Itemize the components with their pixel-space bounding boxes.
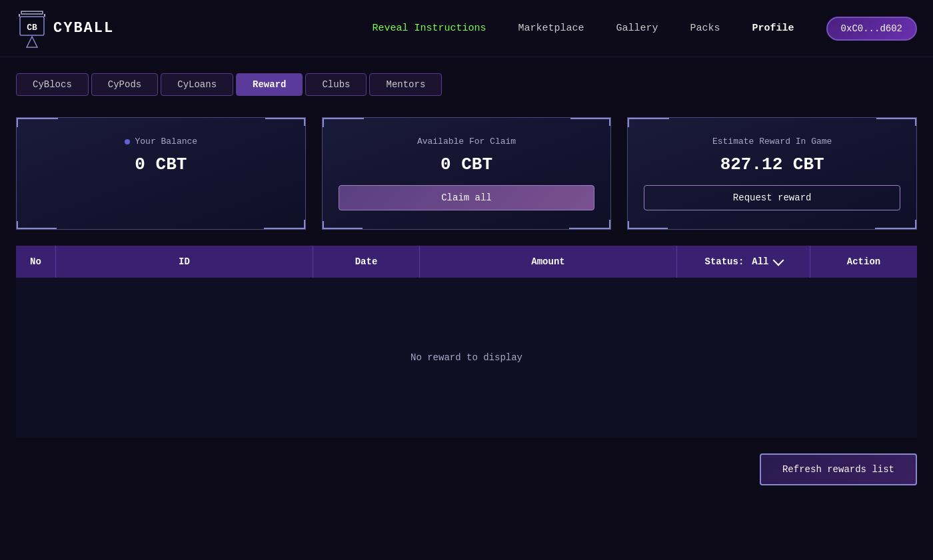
table-body: No reward to display [16, 278, 917, 437]
claim-all-button[interactable]: Claim all [339, 185, 595, 210]
balance-card-label: Your Balance [33, 137, 289, 146]
col-amount: Amount [420, 246, 677, 278]
tab-mentors[interactable]: Mentors [369, 73, 442, 96]
card-corner-tr [265, 118, 305, 126]
nav-packs[interactable]: Packs [690, 23, 720, 34]
main-nav: Reveal Instructions Marketplace Gallery … [372, 17, 917, 41]
svg-rect-2 [44, 14, 45, 17]
tab-cyblocs[interactable]: CyBlocs [16, 73, 89, 96]
nav-marketplace[interactable]: Marketplace [518, 23, 584, 34]
card-corner-bl [17, 221, 57, 229]
card-corner-tr [876, 118, 916, 126]
cards-section: Your Balance 0 CBT Available For Claim 0… [0, 96, 933, 246]
reward-card-label: Estimate Reward In Game [644, 137, 900, 146]
claim-card-value: 0 CBT [339, 154, 595, 174]
col-id: ID [56, 246, 313, 278]
reward-card: Estimate Reward In Game 827.12 CBT Reque… [627, 117, 917, 230]
col-no: No [16, 246, 56, 278]
col-date: Date [313, 246, 420, 278]
tab-cypods[interactable]: CyPods [91, 73, 158, 96]
tabs-bar: CyBlocs CyPods CyLoans Reward Clubs Ment… [0, 57, 933, 96]
no-data-message: No reward to display [411, 352, 522, 363]
claim-card-label: Available For Claim [339, 137, 595, 146]
table-section: No ID Date Amount Status: All Action No … [16, 246, 917, 437]
balance-dot [125, 139, 130, 144]
col-action: Action [810, 246, 917, 278]
svg-rect-0 [21, 11, 43, 14]
status-filter-value[interactable]: All [752, 256, 768, 267]
svg-text:CB: CB [27, 23, 37, 33]
nav-reveal-instructions[interactable]: Reveal Instructions [372, 23, 486, 34]
claim-card: Available For Claim 0 CBT Claim all [322, 117, 612, 230]
tab-reward[interactable]: Reward [236, 73, 303, 96]
svg-marker-5 [27, 37, 37, 47]
status-filter-label: Status: [704, 256, 744, 267]
card-corner-bl [628, 221, 668, 229]
refresh-rewards-button[interactable]: Refresh rewards list [760, 453, 917, 485]
nav-profile[interactable]: Profile [752, 23, 794, 34]
request-reward-button[interactable]: Request reward [644, 185, 900, 210]
footer-area: Refresh rewards list [0, 443, 933, 496]
status-dropdown-chevron[interactable] [772, 255, 784, 266]
table-header: No ID Date Amount Status: All Action [16, 246, 917, 278]
tab-cyloans[interactable]: CyLoans [161, 73, 233, 96]
logo-text: CYBALL [53, 20, 114, 37]
logo-area: CB CYBALL [16, 9, 114, 49]
svg-rect-1 [19, 14, 20, 17]
card-corner-tr [570, 118, 610, 126]
tab-clubs[interactable]: Clubs [305, 73, 367, 96]
col-status: Status: All [677, 246, 810, 278]
balance-card: Your Balance 0 CBT [16, 117, 306, 230]
wallet-button[interactable]: 0xC0...d602 [826, 17, 917, 41]
balance-card-value: 0 CBT [33, 154, 289, 174]
nav-gallery[interactable]: Gallery [616, 23, 658, 34]
logo-icon: CB [16, 9, 48, 49]
reward-card-value: 827.12 CBT [644, 154, 900, 174]
card-corner-bl [323, 221, 363, 229]
